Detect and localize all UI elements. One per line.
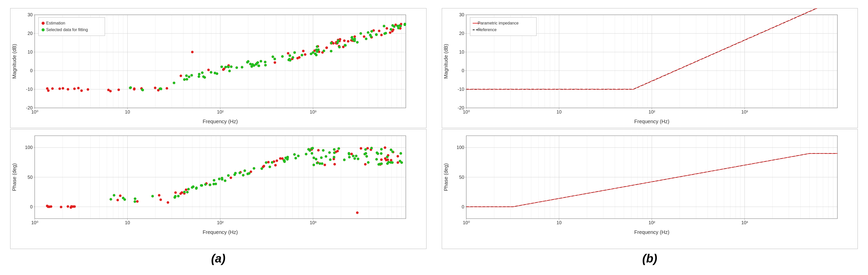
panel-a-label: (a) — [8, 249, 429, 267]
main-container: (a) (b) — [0, 0, 868, 275]
chart-a-top — [10, 8, 427, 128]
charts-column-b — [439, 8, 861, 249]
chart-b-bottom — [442, 129, 858, 249]
panel-a: (a) — [3, 5, 434, 270]
chart-a-bottom — [10, 129, 427, 249]
chart-b-top — [442, 8, 858, 128]
panel-b: (b) — [434, 5, 866, 270]
charts-column-a — [8, 8, 429, 249]
panel-b-label: (b) — [439, 249, 861, 267]
